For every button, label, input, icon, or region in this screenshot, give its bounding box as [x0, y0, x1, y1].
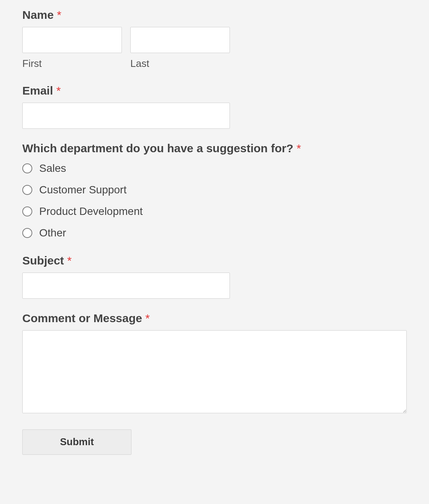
message-required-asterisk: *	[145, 312, 150, 324]
subject-label-text: Subject	[22, 254, 64, 267]
name-label-text: Name	[22, 8, 54, 21]
message-label: Comment or Message *	[22, 310, 407, 326]
department-required-asterisk: *	[296, 142, 301, 155]
subject-required-asterisk: *	[67, 254, 72, 267]
email-required-asterisk: *	[56, 84, 61, 97]
department-option-label[interactable]: Customer Support	[39, 182, 126, 198]
subject-input[interactable]	[22, 273, 230, 299]
department-label: Which department do you have a suggestio…	[22, 140, 407, 156]
department-option-label[interactable]: Product Development	[39, 203, 143, 220]
last-name-input[interactable]	[130, 27, 230, 53]
message-textarea[interactable]	[22, 330, 407, 413]
subject-label: Subject *	[22, 253, 407, 269]
submit-group: Submit	[22, 429, 407, 455]
department-radio-other[interactable]	[22, 228, 32, 238]
department-option-other: Other	[22, 225, 407, 241]
department-radio-product-development[interactable]	[22, 206, 32, 216]
department-group: Which department do you have a suggestio…	[22, 140, 407, 241]
department-label-text: Which department do you have a suggestio…	[22, 142, 293, 155]
email-label: Email *	[22, 83, 407, 99]
department-options: Sales Customer Support Product Developme…	[22, 160, 407, 241]
suggestion-form: Name * First Last Email * Which departme…	[0, 0, 429, 478]
department-radio-sales[interactable]	[22, 163, 32, 173]
subject-group: Subject *	[22, 253, 407, 299]
department-option-label[interactable]: Other	[39, 225, 66, 241]
name-label: Name *	[22, 7, 407, 23]
first-name-sublabel: First	[22, 56, 122, 71]
submit-button[interactable]: Submit	[22, 429, 131, 455]
last-name-sublabel: Last	[130, 56, 230, 71]
department-option-product-development: Product Development	[22, 203, 407, 220]
email-label-text: Email	[22, 84, 53, 97]
name-group: Name * First Last	[22, 7, 407, 71]
department-option-customer-support: Customer Support	[22, 182, 407, 198]
department-option-label[interactable]: Sales	[39, 160, 66, 176]
department-option-sales: Sales	[22, 160, 407, 176]
message-label-text: Comment or Message	[22, 312, 142, 324]
message-group: Comment or Message *	[22, 310, 407, 418]
name-required-asterisk: *	[57, 8, 62, 21]
email-group: Email *	[22, 83, 407, 129]
email-input[interactable]	[22, 103, 230, 129]
first-name-input[interactable]	[22, 27, 122, 53]
department-radio-customer-support[interactable]	[22, 185, 32, 195]
